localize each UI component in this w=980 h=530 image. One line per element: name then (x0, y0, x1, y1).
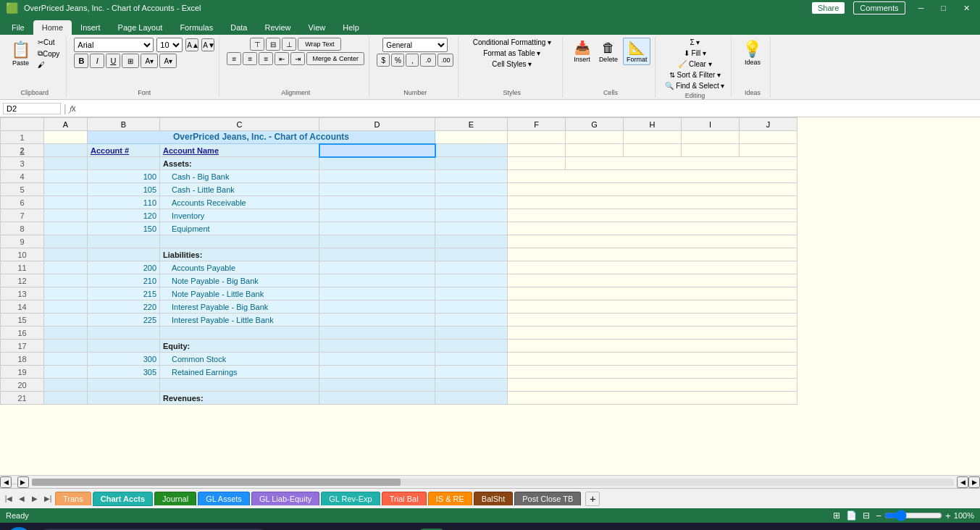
autosum-button[interactable]: Σ ▾ (687, 38, 702, 47)
cell-d4[interactable] (319, 170, 435, 183)
col-header-g[interactable]: G (566, 118, 624, 131)
tab-data[interactable]: Data (222, 20, 256, 35)
cell-c21-revenues[interactable]: Revenues: (160, 392, 319, 405)
sheet-tab-isre[interactable]: IS & RE (428, 492, 472, 505)
cell-d3[interactable] (319, 157, 435, 170)
decrease-indent-button[interactable]: ⇤ (275, 52, 289, 65)
sheet-tab-glrev[interactable]: GL Rev-Exp (321, 492, 380, 505)
align-right-button[interactable]: ≡ (259, 52, 273, 65)
delete-button[interactable]: 🗑 Delete (595, 38, 621, 65)
format-painter-button[interactable]: 🖌 (35, 60, 62, 70)
tab-formulas[interactable]: Formulas (171, 20, 222, 35)
percent-button[interactable]: % (391, 54, 404, 67)
cell-e19[interactable] (435, 366, 508, 379)
formula-input[interactable] (79, 104, 977, 113)
col-header-b[interactable]: B (88, 118, 160, 131)
sheet-nav-first[interactable]: |◀ (3, 493, 14, 505)
scroll-right2-button[interactable]: ▶ (968, 476, 980, 488)
sheet-tab-postclose[interactable]: Post Close TB (514, 492, 581, 505)
cell-h1[interactable] (624, 131, 682, 144)
cell-b21[interactable] (88, 392, 160, 405)
wrap-text-button[interactable]: Wrap Text (298, 38, 341, 51)
cell-c15-name[interactable]: Interest Payable - Little Bank (160, 314, 319, 327)
cell-a3[interactable] (44, 157, 88, 170)
align-center-button[interactable]: ≡ (243, 52, 257, 65)
number-format-select[interactable]: General (382, 38, 448, 52)
cell-e9[interactable] (435, 235, 508, 248)
cell-b14-num[interactable]: 220 (88, 300, 160, 314)
tab-help[interactable]: Help (334, 20, 368, 35)
cell-b3[interactable] (88, 157, 160, 170)
scroll-left2-button[interactable]: ◀ (957, 476, 968, 488)
cell-e7[interactable] (435, 209, 508, 222)
sheet-tab-balsht[interactable]: BalSht (474, 492, 513, 505)
cell-e18[interactable] (435, 353, 508, 366)
cell-c13-name[interactable]: Note Payable - Little Bank (160, 287, 319, 300)
col-header-j[interactable]: J (740, 118, 797, 131)
sheet-tab-chart[interactable]: Chart Accts (93, 492, 153, 506)
col-header-a[interactable]: A (44, 118, 88, 131)
cell-c16[interactable] (160, 327, 319, 340)
cell-g2[interactable] (566, 144, 624, 157)
close-icon[interactable]: ✕ (959, 4, 974, 13)
sort-filter-button[interactable]: ⇅ Sort & Filter ▾ (667, 70, 723, 80)
cell-b20[interactable] (88, 379, 160, 392)
cell-a7[interactable] (44, 209, 88, 222)
cell-e11[interactable] (435, 261, 508, 274)
minimize-icon[interactable]: ─ (914, 4, 929, 12)
font-size-select[interactable]: 10 (156, 38, 183, 52)
cell-e5[interactable] (435, 183, 508, 196)
cell-c6-name[interactable]: Accounts Receivable (160, 196, 319, 209)
cell-e6[interactable] (435, 196, 508, 209)
font-name-select[interactable]: Arial (74, 38, 154, 52)
cell-e8[interactable] (435, 222, 508, 235)
align-left-button[interactable]: ≡ (227, 52, 241, 65)
cell-e4[interactable] (435, 170, 508, 183)
cell-b19-num[interactable]: 305 (88, 366, 160, 379)
sheet-tab-add[interactable]: + (585, 492, 600, 506)
sheet-nav-last[interactable]: ▶| (42, 493, 54, 505)
cell-b9[interactable] (88, 235, 160, 248)
conditional-formatting-button[interactable]: Conditional Formatting ▾ (471, 38, 553, 47)
cell-e10[interactable] (435, 248, 508, 261)
tab-insert[interactable]: Insert (72, 20, 109, 35)
cell-d19[interactable] (319, 366, 435, 379)
cell-c11-name[interactable]: Accounts Payable (160, 261, 319, 274)
cell-c2-accname[interactable]: Account Name (160, 144, 319, 157)
cell-d14[interactable] (319, 300, 435, 314)
cell-a17[interactable] (44, 340, 88, 353)
cell-a15[interactable] (44, 314, 88, 327)
cell-a14[interactable] (44, 300, 88, 314)
cell-a2[interactable] (44, 144, 88, 157)
cell-b10[interactable] (88, 248, 160, 261)
cell-d5[interactable] (319, 183, 435, 196)
cell-c7-name[interactable]: Inventory (160, 209, 319, 222)
col-header-e[interactable]: E (435, 118, 508, 131)
cell-f3[interactable] (508, 157, 566, 170)
sheet-tab-glassets[interactable]: GL Assets (198, 492, 250, 505)
zoom-in-button[interactable]: + (945, 510, 951, 521)
cut-button[interactable]: ✂ Cut (35, 38, 62, 47)
cell-a8[interactable] (44, 222, 88, 235)
cell-e3[interactable] (435, 157, 508, 170)
tab-file[interactable]: File (3, 20, 33, 35)
cell-e16[interactable] (435, 327, 508, 340)
cell-a16[interactable] (44, 327, 88, 340)
col-header-h[interactable]: H (624, 118, 682, 131)
cell-b7-num[interactable]: 120 (88, 209, 160, 222)
cell-b15-num[interactable]: 225 (88, 314, 160, 327)
cell-a18[interactable] (44, 353, 88, 366)
maximize-icon[interactable]: □ (937, 4, 950, 12)
cell-d9[interactable] (319, 235, 435, 248)
cell-b4-num[interactable]: 100 (88, 170, 160, 183)
cell-b16[interactable] (88, 327, 160, 340)
cell-c10-liabilities[interactable]: Liabilities: (160, 248, 319, 261)
cell-c17-equity[interactable]: Equity: (160, 340, 319, 353)
cell-a10[interactable] (44, 248, 88, 261)
sheet-tab-trans[interactable]: Trans (55, 492, 91, 505)
format-table-button[interactable]: Format as Table ▾ (481, 49, 543, 58)
align-bottom-button[interactable]: ⊥ (282, 38, 296, 51)
increase-indent-button[interactable]: ⇥ (290, 52, 305, 65)
comments-button[interactable]: Comments (853, 1, 905, 14)
cell-d15[interactable] (319, 314, 435, 327)
